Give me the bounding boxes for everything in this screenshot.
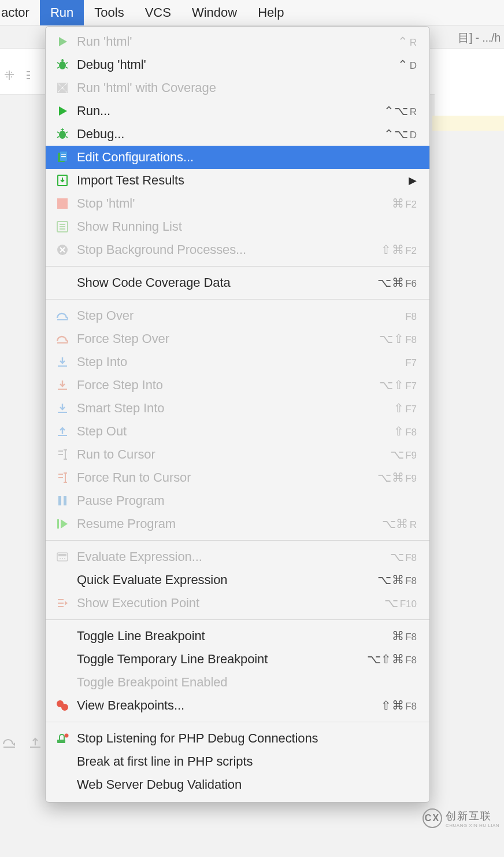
menu-label: Toggle Line Breakpoint — [77, 629, 392, 644]
toolbar-structure-icon[interactable] — [2, 68, 16, 85]
menu-show-execution-point[interactable]: Show Execution Point ⌥F10 — [46, 592, 429, 615]
menu-run-ellipsis[interactable]: Run... ⌃⌥R — [46, 99, 429, 123]
menu-break-first-line-php[interactable]: Break at first line in PHP scripts — [46, 750, 429, 773]
menu-run[interactable]: Run — [40, 0, 84, 25]
evaluate-icon — [55, 549, 70, 564]
menu-web-server-debug-validation[interactable]: Web Server Debug Validation — [46, 773, 429, 796]
menu-label: Run... — [77, 104, 384, 119]
menu-show-running-list[interactable]: Show Running List — [46, 215, 429, 238]
php-listen-icon — [55, 731, 70, 746]
menu-label: Edit Configurations... — [77, 150, 417, 165]
menu-toggle-line-breakpoint[interactable]: Toggle Line Breakpoint ⌘F8 — [46, 625, 429, 648]
menu-force-step-over[interactable]: Force Step Over ⌥⇧F8 — [46, 327, 429, 350]
menu-resume-program[interactable]: Resume Program ⌥⌘R — [46, 512, 429, 535]
svg-point-25 — [64, 558, 65, 559]
toolbar-step-icon[interactable] — [2, 736, 17, 753]
shortcut: ⌥⇧F7 — [379, 378, 417, 392]
menu-quick-evaluate-expression[interactable]: Quick Evaluate Expression ⌥⌘F8 — [46, 568, 429, 592]
force-run-to-cursor-icon — [55, 470, 70, 485]
menu-label: Resume Program — [77, 516, 382, 531]
force-step-over-icon — [55, 331, 70, 346]
svg-point-3 — [59, 131, 66, 139]
menu-debug-html[interactable]: Debug 'html' ⌃D — [46, 53, 429, 76]
menu-run-html-coverage[interactable]: Run 'html' with Coverage — [46, 76, 429, 99]
menu-import-test-results[interactable]: Import Test Results ▶ — [46, 169, 429, 192]
shortcut: ⌥⌘F6 — [377, 276, 417, 290]
edit-config-icon — [55, 150, 70, 165]
menu-label: Toggle Breakpoint Enabled — [77, 675, 417, 690]
menu-stop-background-processes[interactable]: Stop Background Processes... ⇧⌘F2 — [46, 238, 429, 261]
menu-label: Smart Step Into — [77, 401, 394, 416]
close-circle-icon — [55, 242, 70, 257]
menu-vcs[interactable]: VCS — [135, 0, 181, 25]
menu-label: Toggle Temporary Line Breakpoint — [77, 652, 367, 667]
toolbar-unknown-icon[interactable] — [24, 68, 38, 85]
shortcut: ⇧F7 — [394, 401, 417, 415]
shortcut: ⌥⌘F8 — [377, 573, 417, 587]
menu-tools[interactable]: Tools — [84, 0, 134, 25]
menu-smart-step-into[interactable]: Smart Step Into ⇧F7 — [46, 397, 429, 420]
smart-step-into-icon — [55, 401, 70, 416]
menu-help[interactable]: Help — [247, 0, 294, 25]
svg-rect-16 — [58, 412, 67, 413]
menubar: actor Run Tools VCS Window Help — [0, 0, 504, 25]
watermark-subtext: CHUANG XIN HU LIAN — [446, 823, 499, 828]
menu-run-html[interactable]: Run 'html' ⌃R — [46, 30, 429, 53]
menu-label: Pause Program — [77, 493, 417, 508]
menu-force-run-to-cursor[interactable]: Force Run to Cursor ⌥⌘F9 — [46, 466, 429, 489]
menu-stop-html[interactable]: Stop 'html' ⌘F2 — [46, 192, 429, 215]
menu-label: Break at first line in PHP scripts — [77, 754, 417, 769]
shortcut: F7 — [404, 355, 417, 369]
svg-point-27 — [61, 704, 68, 711]
menu-window[interactable]: Window — [181, 0, 247, 25]
shortcut: ⇧F8 — [394, 424, 417, 438]
menu-separator — [46, 266, 429, 267]
svg-rect-30 — [3, 747, 15, 748]
exec-point-icon — [55, 596, 70, 611]
play-icon — [55, 34, 70, 49]
watermark-logo-icon: CX — [423, 808, 442, 828]
svg-rect-17 — [58, 435, 67, 436]
menu-step-out[interactable]: Step Out ⇧F8 — [46, 420, 429, 443]
menu-force-step-into[interactable]: Force Step Into ⌥⇧F7 — [46, 374, 429, 397]
svg-rect-22 — [58, 554, 66, 556]
menu-label: Show Running List — [77, 219, 417, 234]
shortcut: ⌥⇧⌘F8 — [367, 652, 417, 666]
menu-evaluate-expression[interactable]: Evaluate Expression... ⌥F8 — [46, 545, 429, 568]
menu-step-into[interactable]: Step Into F7 — [46, 350, 429, 374]
svg-rect-18 — [58, 496, 61, 505]
toolbar-step-out-icon[interactable] — [29, 736, 42, 753]
svg-rect-14 — [58, 365, 67, 367]
shortcut: ⌃R — [398, 35, 417, 49]
menu-separator — [46, 299, 429, 300]
menu-run-to-cursor[interactable]: Run to Cursor ⌥F9 — [46, 443, 429, 466]
shortcut: ⇧⌘F2 — [381, 243, 417, 257]
shortcut: ⌃⌥D — [384, 127, 417, 141]
menu-label: Stop 'html' — [77, 196, 392, 211]
menu-edit-configurations[interactable]: Edit Configurations... — [46, 146, 429, 169]
force-step-into-icon — [55, 378, 70, 393]
bug-icon — [55, 127, 70, 142]
editor-highlight-strip — [432, 116, 504, 131]
svg-point-29 — [65, 734, 69, 738]
menu-view-breakpoints[interactable]: View Breakpoints... ⇧⌘F8 — [46, 694, 429, 717]
svg-rect-19 — [64, 496, 66, 505]
menu-toggle-breakpoint-enabled[interactable]: Toggle Breakpoint Enabled — [46, 671, 429, 694]
menu-pause-program[interactable]: Pause Program — [46, 489, 429, 512]
stop-icon — [55, 196, 70, 211]
menu-label: Run to Cursor — [77, 447, 390, 462]
menu-label: Force Run to Cursor — [77, 470, 377, 485]
coverage-icon — [55, 80, 70, 95]
menu-refactor-partial[interactable]: actor — [0, 0, 40, 25]
menu-stop-listening-php-debug[interactable]: Stop Listening for PHP Debug Connections — [46, 727, 429, 750]
menu-toggle-temporary-line-breakpoint[interactable]: Toggle Temporary Line Breakpoint ⌥⇧⌘F8 — [46, 648, 429, 671]
menu-label: Quick Evaluate Expression — [77, 572, 377, 588]
menu-label: Step Into — [77, 354, 404, 370]
menu-step-over[interactable]: Step Over F8 — [46, 304, 429, 327]
menu-label: Step Over — [77, 308, 404, 323]
pause-icon — [55, 493, 70, 508]
menu-debug-ellipsis[interactable]: Debug... ⌃⌥D — [46, 123, 429, 146]
bottom-toolbar — [2, 736, 42, 753]
menu-show-code-coverage-data[interactable]: Show Code Coverage Data ⌥⌘F6 — [46, 271, 429, 294]
shortcut: ⌃⌥R — [384, 104, 417, 118]
